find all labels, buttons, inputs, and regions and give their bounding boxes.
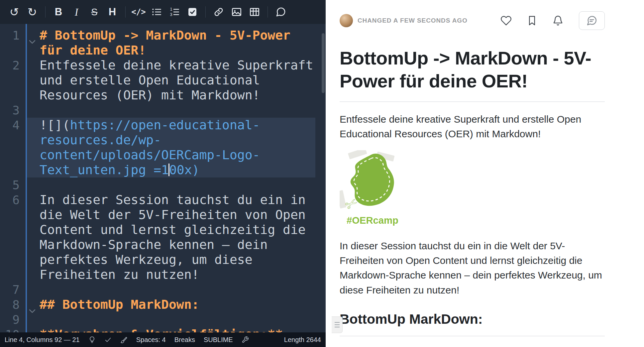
editor-line-3[interactable]: 3 bbox=[0, 103, 315, 118]
editor-line-7[interactable]: 7 bbox=[0, 282, 315, 297]
paragraph-text: Entfessele deine kreative Superkraft und… bbox=[40, 58, 321, 102]
strikethrough-button[interactable]: S bbox=[85, 3, 103, 21]
editor-pane: ↺ ↻ B I S H </> 13 1# BottomUp -> MarkDo… bbox=[0, 0, 326, 347]
indent-setting[interactable]: Spaces: 4 bbox=[136, 336, 166, 344]
image-icon bbox=[231, 7, 242, 17]
link-button[interactable] bbox=[210, 3, 228, 21]
comment-panel-button[interactable] bbox=[579, 11, 605, 30]
editor-line-2[interactable]: 2Entfessele deine kreative Superkraft un… bbox=[0, 58, 315, 103]
toolbar-divider bbox=[125, 6, 126, 18]
image-size-text: =1 bbox=[146, 163, 169, 177]
linebreak-setting[interactable]: Breaks bbox=[174, 336, 195, 344]
line-number: 2 bbox=[0, 58, 20, 73]
avatar[interactable] bbox=[340, 14, 353, 27]
link-icon bbox=[213, 7, 224, 17]
document-length-status: Length 2644 bbox=[284, 336, 321, 344]
cursor-position-status: Line 4, Columns 92 — 21 bbox=[5, 336, 80, 344]
preferences-wrench-icon[interactable] bbox=[242, 336, 249, 343]
like-heart-icon[interactable] bbox=[500, 15, 512, 26]
editor-line-9[interactable]: 9 bbox=[0, 312, 315, 327]
toolbar-divider bbox=[205, 6, 206, 18]
fold-chevron-icon[interactable] bbox=[29, 302, 36, 307]
line-number: 9 bbox=[0, 312, 20, 327]
paragraph-text: In dieser Session tauchst du ein in die … bbox=[40, 192, 313, 282]
theme-brush-icon[interactable] bbox=[120, 336, 128, 343]
markdown-heading-text: # BottomUp -> MarkDown - 5V-Power für de… bbox=[40, 28, 298, 58]
preview-actions bbox=[500, 15, 564, 26]
document-title: BottomUp -> MarkDown - 5V-Power für dein… bbox=[340, 47, 605, 93]
editor-toolbar: ↺ ↻ B I S H </> 13 bbox=[0, 0, 326, 24]
image-button[interactable] bbox=[228, 3, 246, 21]
bold-button[interactable]: B bbox=[50, 3, 67, 21]
heading-icon: H bbox=[109, 6, 116, 18]
keymap-setting[interactable]: SUBLIME bbox=[204, 336, 233, 344]
toolbar-divider bbox=[268, 6, 268, 18]
editor-line-1[interactable]: 1# BottomUp -> MarkDown - 5V-Power für d… bbox=[0, 28, 315, 58]
bullet-list-button[interactable] bbox=[148, 3, 165, 21]
markdown-bold-text: **Verwahren & Vervielfältigen:** bbox=[40, 327, 283, 332]
image-markdown-syntax: ![]( bbox=[40, 118, 70, 132]
ordered-list-icon: 13 bbox=[169, 7, 180, 17]
night-mode-icon[interactable] bbox=[88, 336, 96, 343]
line-number: 5 bbox=[0, 177, 20, 192]
line-number: 8 bbox=[0, 297, 20, 312]
preview-pane: CHANGED A FEW SECONDS AGO BottomUp -> Ma… bbox=[326, 0, 644, 347]
editor-line-4-active[interactable]: 4![](https://open-educational-resources.… bbox=[0, 118, 315, 177]
title-divider bbox=[340, 101, 605, 102]
line-number: 7 bbox=[0, 282, 20, 297]
ordered-list-button[interactable]: 13 bbox=[165, 3, 183, 21]
notification-bell-icon[interactable] bbox=[552, 15, 564, 26]
heading-button[interactable]: H bbox=[103, 3, 121, 21]
table-button[interactable] bbox=[246, 3, 264, 21]
spellcheck-icon[interactable] bbox=[104, 336, 112, 343]
italic-icon: I bbox=[75, 6, 78, 18]
section-heading: BottomUp MarkDown: bbox=[340, 311, 605, 327]
line-number: 10 bbox=[0, 327, 20, 332]
redo-icon: ↻ bbox=[28, 6, 37, 18]
oercamp-logo-image: ✂ #OERcamp bbox=[340, 150, 605, 229]
flame-shape bbox=[351, 154, 394, 206]
comment-toolbar-button[interactable] bbox=[272, 3, 290, 21]
section-divider bbox=[340, 336, 605, 336]
logo-caption: #OERcamp bbox=[347, 215, 398, 226]
svg-text:3: 3 bbox=[170, 12, 172, 17]
italic-button[interactable]: I bbox=[67, 3, 85, 21]
editor-status-bar: Line 4, Columns 92 — 21 Spaces: 4 Breaks… bbox=[0, 332, 326, 347]
strikethrough-icon: S bbox=[91, 7, 97, 18]
intro-paragraph: Entfessele deine kreative Superkraft und… bbox=[340, 112, 605, 142]
preview-header: CHANGED A FEW SECONDS AGO bbox=[340, 11, 605, 30]
bookmark-icon[interactable] bbox=[526, 15, 538, 26]
undo-icon: ↺ bbox=[10, 6, 19, 18]
last-changed-status: CHANGED A FEW SECONDS AGO bbox=[358, 17, 468, 24]
comment-icon bbox=[275, 7, 286, 17]
image-size-text-after: 00x) bbox=[169, 163, 200, 177]
editor-scrollbar-thumb[interactable] bbox=[322, 33, 325, 93]
fold-chevron-icon[interactable] bbox=[29, 33, 36, 38]
line-number: 3 bbox=[0, 103, 20, 118]
task-list-button[interactable] bbox=[183, 3, 201, 21]
session-paragraph: In dieser Session tauchst du ein in die … bbox=[340, 239, 605, 298]
editor-line-10[interactable]: 10**Verwahren & Vervielfältigen:** bbox=[0, 327, 315, 332]
editor-line-6[interactable]: 6In dieser Session tauchst du ein in die… bbox=[0, 192, 315, 282]
line-number: 4 bbox=[0, 118, 20, 133]
line-number: 1 bbox=[0, 28, 20, 43]
svg-text:1: 1 bbox=[170, 7, 172, 12]
editor-line-5[interactable]: 5 bbox=[0, 177, 315, 192]
redo-button[interactable]: ↻ bbox=[23, 3, 41, 21]
split-drag-handle[interactable] bbox=[332, 316, 343, 333]
task-list-icon bbox=[187, 7, 198, 17]
bold-icon: B bbox=[55, 6, 62, 18]
undo-button[interactable]: ↺ bbox=[5, 3, 23, 21]
code-block-button[interactable]: </> bbox=[130, 3, 148, 21]
app-window: ↺ ↻ B I S H </> 13 1# BottomUp -> MarkDo… bbox=[0, 0, 644, 347]
markdown-editor[interactable]: 1# BottomUp -> MarkDown - 5V-Power für d… bbox=[0, 24, 326, 332]
toolbar-divider bbox=[45, 6, 46, 18]
code-icon: </> bbox=[131, 7, 146, 17]
table-icon bbox=[249, 7, 260, 17]
editor-line-8[interactable]: 8## BottomUp MarkDown: bbox=[0, 297, 315, 312]
bullet-list-icon bbox=[151, 7, 162, 17]
line-number: 6 bbox=[0, 192, 20, 207]
markdown-heading-text: ## BottomUp MarkDown: bbox=[40, 297, 199, 312]
speech-bubble-icon bbox=[586, 15, 597, 26]
